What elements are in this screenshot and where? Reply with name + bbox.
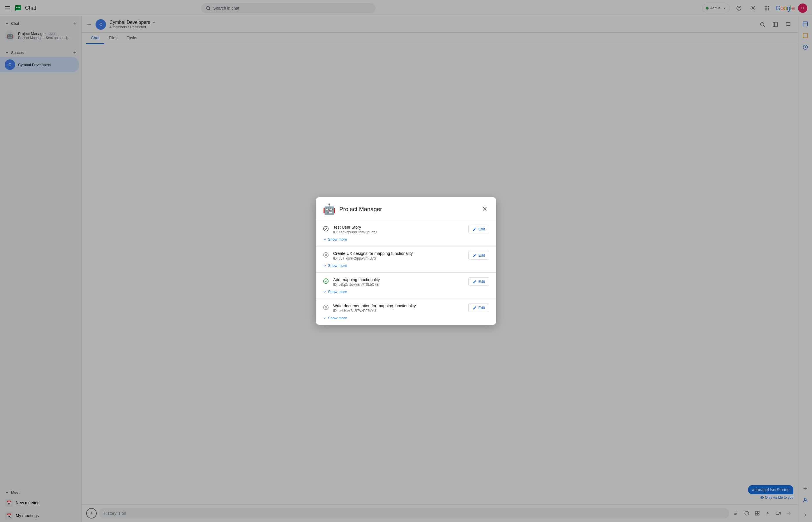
task-row-2: Add mapping functionality ID: bSq2vi1dvV… [323, 277, 489, 287]
task-status-icon-2 [323, 278, 330, 285]
edit-icon-3 [473, 306, 477, 310]
modal-body: Test User Story ID: 1XcZgrPqqUjnlW6pBczX… [316, 220, 496, 325]
edit-button-0[interactable]: Edit [468, 225, 489, 233]
svg-point-36 [324, 226, 328, 231]
modal-title: Project Manager [339, 206, 476, 213]
svg-point-41 [325, 306, 327, 308]
edit-icon-1 [473, 254, 477, 258]
task-info-2: Add mapping functionality ID: bSq2vi1dvV… [333, 277, 465, 287]
svg-point-37 [324, 253, 328, 258]
show-more-2[interactable]: Show more [323, 289, 489, 294]
chevron-down-task-icon-3 [323, 316, 327, 320]
task-name-1: Create UX designs for mapping functional… [333, 251, 465, 256]
show-more-0[interactable]: Show more [323, 237, 489, 241]
svg-point-40 [324, 305, 328, 310]
task-item-3: Write documentation for mapping function… [316, 299, 496, 325]
task-id-3: ID: ezU4exBil3i7VzP97cYU [333, 309, 465, 313]
task-item-1: Create UX designs for mapping functional… [316, 246, 496, 273]
modal-close-button[interactable]: ✕ [480, 204, 489, 214]
edit-icon-0 [473, 227, 477, 231]
modal-overlay[interactable]: 🤖 Project Manager ✕ Test User Story ID: … [0, 0, 812, 522]
chevron-down-task-icon-0 [323, 237, 327, 241]
task-id-2: ID: bSq2vi1dvVEhPT0LbC7E [333, 283, 465, 287]
task-status-icon-0 [323, 225, 330, 233]
task-status-icon-1 [323, 252, 330, 259]
project-manager-modal: 🤖 Project Manager ✕ Test User Story ID: … [316, 197, 496, 325]
task-row-1: Create UX designs for mapping functional… [323, 251, 489, 260]
modal-robot-icon: 🤖 [323, 203, 336, 215]
task-info-1: Create UX designs for mapping functional… [333, 251, 465, 260]
chevron-down-task-icon-1 [323, 264, 327, 268]
show-more-1[interactable]: Show more [323, 263, 489, 268]
task-row-0: Test User Story ID: 1XcZgrPqqUjnlW6pBczX… [323, 225, 489, 234]
task-name-3: Write documentation for mapping function… [333, 303, 465, 308]
edit-button-3[interactable]: Edit [468, 303, 489, 312]
task-row-3: Write documentation for mapping function… [323, 303, 489, 313]
svg-point-38 [325, 254, 327, 256]
task-info-0: Test User Story ID: 1XcZgrPqqUjnlW6pBczX [333, 225, 465, 234]
svg-point-39 [324, 279, 328, 284]
task-id-1: ID: J5TI7jsnF2rppw0hFB7S [333, 256, 465, 260]
chevron-down-task-icon-2 [323, 290, 327, 294]
task-id-0: ID: 1XcZgrPqqUjnlW6pBczX [333, 230, 465, 234]
task-info-3: Write documentation for mapping function… [333, 303, 465, 313]
task-name-2: Add mapping functionality [333, 277, 465, 282]
task-name-0: Test User Story [333, 225, 465, 229]
edit-icon-2 [473, 280, 477, 284]
task-item-0: Test User Story ID: 1XcZgrPqqUjnlW6pBczX… [316, 220, 496, 246]
show-more-3[interactable]: Show more [323, 316, 489, 320]
edit-button-2[interactable]: Edit [468, 277, 489, 286]
modal-header: 🤖 Project Manager ✕ [316, 197, 496, 220]
edit-button-1[interactable]: Edit [468, 251, 489, 260]
task-status-icon-3 [323, 304, 330, 311]
task-item-2: Add mapping functionality ID: bSq2vi1dvV… [316, 273, 496, 299]
